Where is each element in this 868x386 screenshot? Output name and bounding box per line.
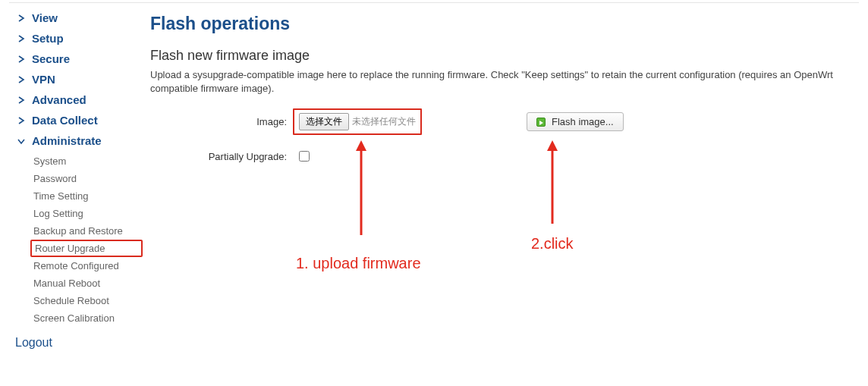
top-divider <box>9 2 859 3</box>
sidebar-item-router-upgrade[interactable]: Router Upgrade <box>30 240 143 257</box>
sidebar-group-advanced[interactable]: Advanced <box>14 89 143 110</box>
sidebar-group-label: Administrate <box>32 134 102 147</box>
chevron-right-icon <box>15 12 27 24</box>
section-title: Flash new firmware image <box>150 48 854 64</box>
choose-file-button[interactable]: 选择文件 <box>299 113 349 130</box>
sidebar-item-log-setting[interactable]: Log Setting <box>30 205 143 222</box>
annotation-step2: 2.click <box>531 235 574 253</box>
sidebar-item-remote-configured[interactable]: Remote Configured <box>30 257 143 275</box>
sidebar-item-screen-calibration[interactable]: Screen Calibration <box>30 309 143 327</box>
sidebar-group-secure[interactable]: Secure <box>14 49 143 69</box>
section-description: Upload a sysupgrade-compatible image her… <box>150 68 854 95</box>
image-label: Image: <box>150 116 287 127</box>
sidebar-item-backup-restore[interactable]: Backup and Restore <box>30 222 143 240</box>
sidebar-group-datacollect[interactable]: Data Collect <box>14 110 143 130</box>
partial-upgrade-label: Partially Upgrade: <box>150 151 287 162</box>
sidebar-group-label: View <box>32 11 58 24</box>
main-content: Flash operations Flash new firmware imag… <box>150 14 854 177</box>
file-status-text: 未选择任何文件 <box>352 115 416 128</box>
sidebar-group-view[interactable]: View <box>14 8 143 28</box>
partial-upgrade-row: Partially Upgrade: <box>150 149 854 164</box>
sidebar-group-setup[interactable]: Setup <box>14 28 143 49</box>
flash-icon <box>536 118 546 127</box>
chevron-right-icon <box>15 33 27 45</box>
chevron-down-icon <box>15 135 27 147</box>
chevron-right-icon <box>15 94 27 106</box>
sidebar-group-label: Advanced <box>32 93 86 106</box>
sidebar-group-label: Setup <box>32 32 64 45</box>
chevron-right-icon <box>15 115 27 127</box>
sidebar-item-system[interactable]: System <box>30 152 143 170</box>
flash-image-button[interactable]: Flash image... <box>527 112 624 131</box>
sidebar-group-label: Secure <box>32 52 70 65</box>
logout-link[interactable]: Logout <box>15 334 143 351</box>
sidebar-submenu-administrate: System Password Time Setting Log Setting… <box>30 151 143 328</box>
sidebar: View Setup Secure VPN Advanced Data Coll… <box>14 8 143 351</box>
partial-upgrade-checkbox[interactable] <box>299 151 310 162</box>
image-upload-row: Image: 选择文件 未选择任何文件 Flash image... <box>150 108 854 135</box>
sidebar-item-time-setting[interactable]: Time Setting <box>30 187 143 205</box>
chevron-right-icon <box>15 74 27 86</box>
sidebar-item-schedule-reboot[interactable]: Schedule Reboot <box>30 292 143 309</box>
sidebar-group-label: Data Collect <box>32 114 98 127</box>
sidebar-group-vpn[interactable]: VPN <box>14 69 143 89</box>
sidebar-group-administrate[interactable]: Administrate <box>14 130 143 151</box>
image-file-highlight: 选择文件 未选择任何文件 <box>293 108 422 135</box>
flash-image-label: Flash image... <box>552 116 614 127</box>
sidebar-group-label: VPN <box>32 73 55 86</box>
sidebar-item-manual-reboot[interactable]: Manual Reboot <box>30 275 143 292</box>
chevron-right-icon <box>15 53 27 65</box>
sidebar-item-password[interactable]: Password <box>30 170 143 187</box>
page-title: Flash operations <box>150 14 854 34</box>
annotation-step1: 1. upload firmware <box>296 255 421 272</box>
